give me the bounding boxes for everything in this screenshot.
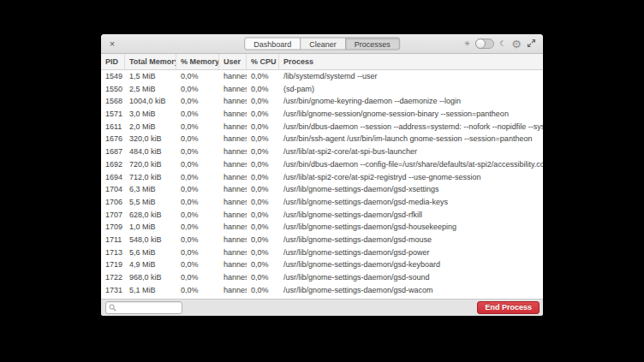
cell-pct-memory: 0,0%: [176, 83, 219, 96]
cell-total-memory: 5,5 MiB: [125, 196, 176, 209]
cell-total-memory: 4,9 MiB: [125, 258, 176, 271]
table-row[interactable]: 16112,0 MiB0,0%hannes0,0%/usr/bin/dbus-d…: [101, 121, 543, 134]
table-row[interactable]: 1707628,0 kiB0,0%hannes0,0%/usr/lib/gnom…: [101, 209, 543, 222]
cell-pct-memory: 0,0%: [176, 145, 219, 158]
cell-total-memory: 548,0 kiB: [125, 234, 176, 246]
cell-pct-cpu: 0,0%: [247, 271, 279, 284]
cell-user: hannes: [219, 108, 247, 121]
cell-user: hannes: [219, 158, 247, 171]
column-header-pct-memory[interactable]: % Memory: [176, 54, 219, 69]
cell-pct-memory: 0,0%: [176, 271, 219, 284]
sun-icon: ☀: [463, 40, 470, 48]
tab-group: Dashboard Cleaner Processes: [244, 38, 400, 50]
cell-process: /usr/lib/gnome-settings-daemon/gsd-house…: [279, 221, 543, 234]
cell-process: /usr/lib/at-spi2-core/at-spi2-registryd …: [279, 171, 543, 184]
headerbar-controls: ☀ ☾ ⚙: [463, 38, 536, 50]
tab-cleaner[interactable]: Cleaner: [300, 38, 346, 50]
cell-process: /usr/lib/gnome-settings-daemon/gsd-media…: [279, 196, 543, 209]
table-row[interactable]: 1687484,0 kiB0,0%hannes0,0%/usr/lib/at-s…: [101, 145, 543, 158]
tab-dashboard[interactable]: Dashboard: [244, 38, 301, 50]
table-row[interactable]: 1711548,0 kiB0,0%hannes0,0%/usr/lib/gnom…: [101, 234, 543, 246]
cell-process: /usr/lib/gnome-session/gnome-session-bin…: [279, 108, 543, 121]
end-process-button[interactable]: End Process: [477, 301, 540, 314]
table-row[interactable]: 17065,5 MiB0,0%hannes0,0%/usr/lib/gnome-…: [101, 196, 543, 209]
cell-user: hannes: [219, 83, 247, 96]
cell-pct-memory: 0,0%: [176, 183, 219, 196]
table-row[interactable]: 15502,5 MiB0,0%hannes0,0%(sd-pam): [101, 83, 543, 96]
table-row[interactable]: 1694712,0 kiB0,0%hannes0,0%/usr/lib/at-s…: [101, 171, 543, 184]
cell-process: /usr/lib/gnome-settings-daemon/gsd-xsett…: [279, 183, 543, 196]
table-row[interactable]: 15491,5 MiB0,0%hannes0,0%/lib/systemd/sy…: [101, 70, 543, 83]
settings-button[interactable]: ⚙: [511, 39, 522, 50]
cell-user: hannes: [219, 246, 247, 259]
cell-user: hannes: [219, 284, 247, 297]
table-row[interactable]: 17046,3 MiB0,0%hannes0,0%/usr/lib/gnome-…: [101, 183, 543, 196]
table-row[interactable]: 17194,9 MiB0,0%hannes0,0%/usr/lib/gnome-…: [101, 258, 543, 271]
cell-process: /usr/bin/ssh-agent /usr/bin/im-launch gn…: [279, 133, 543, 145]
cell-pct-cpu: 0,0%: [247, 70, 279, 83]
cell-pct-cpu: 0,0%: [247, 83, 279, 96]
tab-processes[interactable]: Processes: [345, 38, 400, 50]
cell-pid: 1694: [101, 171, 125, 184]
toggle-knob: [475, 39, 486, 49]
expand-icon: [527, 38, 536, 50]
cell-pct-cpu: 0,0%: [247, 121, 279, 134]
cell-pid: 1707: [101, 209, 125, 222]
table-row[interactable]: 1692720,0 kiB0,0%hannes0,0%/usr/bin/dbus…: [101, 158, 543, 171]
table-row[interactable]: 15681004,0 kiB0,0%hannes0,0%/usr/bin/gno…: [101, 95, 543, 108]
cell-user: hannes: [219, 221, 247, 234]
cell-pct-memory: 0,0%: [176, 133, 219, 145]
cell-pid: 1687: [101, 145, 125, 158]
column-header-user[interactable]: User: [219, 54, 247, 69]
cell-total-memory: 1,0 MiB: [125, 221, 176, 234]
table-row[interactable]: 15713,0 MiB0,0%hannes0,0%/usr/lib/gnome-…: [101, 108, 543, 121]
cell-pct-cpu: 0,0%: [247, 158, 279, 171]
cell-process: (sd-pam): [279, 83, 543, 96]
cell-process: /usr/bin/gnome-keyring-daemon --daemoniz…: [279, 95, 543, 108]
close-button[interactable]: ×: [104, 36, 120, 51]
table-row[interactable]: 17315,1 MiB0,0%hannes0,0%/usr/lib/gnome-…: [101, 284, 543, 297]
search-input[interactable]: [116, 304, 182, 312]
fullscreen-button[interactable]: [527, 38, 536, 50]
column-header-pct-cpu[interactable]: % CPU: [247, 54, 279, 69]
cell-total-memory: 2,0 MiB: [125, 121, 176, 134]
close-icon: ×: [110, 39, 115, 49]
table-row[interactable]: 1676320,0 kiB0,0%hannes0,0%/usr/bin/ssh-…: [101, 133, 543, 145]
cell-pid: 1719: [101, 258, 125, 271]
table-row[interactable]: 17135,6 MiB0,0%hannes0,0%/usr/lib/gnome-…: [101, 246, 543, 259]
cell-total-memory: 968,0 kiB: [125, 271, 176, 284]
search-icon: [109, 304, 116, 312]
cell-total-memory: 628,0 kiB: [125, 209, 176, 222]
cell-user: hannes: [219, 121, 247, 134]
cell-pid: 1550: [101, 83, 125, 96]
cell-pid: 1611: [101, 121, 125, 134]
cell-process: /usr/lib/gnome-settings-daemon/gsd-rfkil…: [279, 209, 543, 222]
cell-pid: 1722: [101, 271, 125, 284]
search-box[interactable]: [105, 301, 182, 314]
gear-icon: ⚙: [511, 39, 522, 50]
process-table-header: PID Total Memory % Memory User % CPU Pro…: [101, 54, 543, 70]
cell-pct-memory: 0,0%: [176, 284, 219, 297]
cell-pct-memory: 0,0%: [176, 121, 219, 134]
column-header-total-memory[interactable]: Total Memory: [125, 54, 176, 69]
cell-pct-memory: 0,0%: [176, 95, 219, 108]
cell-user: hannes: [219, 196, 247, 209]
cell-pct-memory: 0,0%: [176, 209, 219, 222]
column-header-process[interactable]: Process: [279, 54, 543, 69]
table-row[interactable]: 17091,0 MiB0,0%hannes0,0%/usr/lib/gnome-…: [101, 221, 543, 234]
cell-pct-cpu: 0,0%: [247, 209, 279, 222]
cell-user: hannes: [219, 209, 247, 222]
cell-pct-cpu: 0,0%: [247, 196, 279, 209]
cell-pid: 1692: [101, 158, 125, 171]
cell-pct-memory: 0,0%: [176, 234, 219, 246]
cell-pct-memory: 0,0%: [176, 171, 219, 184]
cell-user: hannes: [219, 171, 247, 184]
cell-total-memory: 5,6 MiB: [125, 246, 176, 259]
cell-pct-cpu: 0,0%: [247, 95, 279, 108]
cell-total-memory: 712,0 kiB: [125, 171, 176, 184]
cell-pct-memory: 0,0%: [176, 158, 219, 171]
table-row[interactable]: 1722968,0 kiB0,0%hannes0,0%/usr/lib/gnom…: [101, 271, 543, 284]
column-header-pid[interactable]: PID: [101, 54, 125, 69]
dark-mode-toggle[interactable]: [475, 39, 494, 49]
cell-user: hannes: [219, 258, 247, 271]
